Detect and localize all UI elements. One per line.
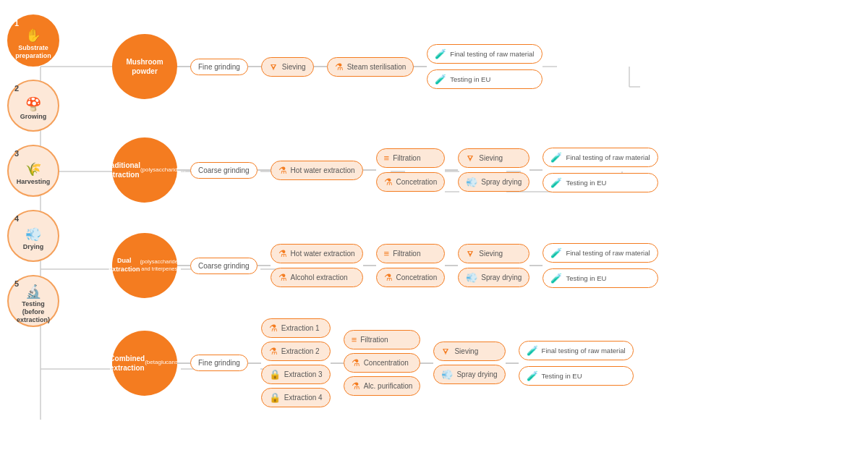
step-5[interactable]: 5 🔬 Testing(before extraction) (7, 275, 59, 327)
ext3-icon: 🔒 (269, 369, 281, 380)
connector-de-5 (529, 265, 542, 266)
sieving-pill-4: ⛛ Sieving (433, 342, 505, 361)
connector-te-5 (529, 169, 542, 171)
step-2[interactable]: 2 🍄 Growing (7, 80, 59, 132)
coarse-grinding-pill-2: Coarse grinding (190, 258, 258, 274)
hot-water-pill-2: ⚗ Hot water extraction (271, 244, 363, 263)
hw-icon-1: ⚗ (278, 165, 287, 176)
step-1[interactable]: 1 ✋ Substratepreparation (7, 14, 59, 67)
conc-icon-3: ⚗ (352, 357, 360, 368)
filter-icon-1: ≡ (384, 153, 390, 164)
connector-ce-4 (420, 362, 433, 364)
testing-eu-4: 🧪 Testing in EU (519, 366, 634, 386)
connector-de-3 (363, 265, 376, 266)
connector-mp-4 (414, 66, 427, 67)
connector-mp-3 (314, 66, 327, 67)
sieve-icon-2: ⛛ (466, 153, 475, 164)
step-5-label: Testing(before extraction) (9, 300, 58, 323)
filtration-pill-2: ≡ Filtration (376, 244, 446, 263)
filtration-pill-3: ≡ Filtration (344, 330, 421, 349)
final-group-3: 🧪 Final testing of raw material 🧪 Testin… (542, 243, 658, 288)
testing-eu-3: 🧪 Testing in EU (542, 268, 658, 288)
step-2-number: 2 (14, 84, 19, 93)
traditional-extraction-circle: Traditionalextraction(polysaccharides) (112, 137, 177, 203)
testing-eu-1: 🧪 Testing in EU (427, 69, 542, 89)
connector-te-2 (258, 169, 271, 171)
ce-branch: ⚗ Extraction 1 ⚗ Extraction 2 🔒 Extracti… (261, 318, 331, 407)
final-group-4: 🧪 Final testing of raw material 🧪 Testin… (519, 341, 634, 386)
coarse-grinding-pill-1: Coarse grinding (190, 162, 258, 179)
step-3[interactable]: 3 🌾 Harvesting (7, 145, 59, 197)
sieve-icon-4: ⛛ (441, 346, 451, 357)
extraction-1-pill: ⚗ Extraction 1 (261, 318, 331, 338)
final-group-2: 🧪 Final testing of raw material 🧪 Testin… (542, 148, 658, 192)
row-combined: Combinedextraction(betaglucans) Fine gri… (112, 318, 634, 407)
conc-icon-2: ⚗ (384, 272, 393, 283)
hw-icon-2: ⚗ (278, 248, 287, 259)
te-right: ⛛ Sieving 💨 Spray drying (458, 148, 529, 192)
ce-right: ⛛ Sieving 💨 Spray drying (433, 342, 505, 384)
final-testing-4: 🧪 Final testing of raw material (519, 341, 634, 360)
step-1-number: 1 (14, 19, 19, 27)
te-branch: ⚗ Hot water extraction (271, 161, 363, 180)
row-traditional: Traditionalextraction(polysaccharides) C… (112, 137, 658, 203)
alc-pur-icon: ⚗ (352, 381, 360, 391)
alc-icon: ⚗ (278, 272, 287, 283)
step-5-icon: 🔬 (25, 284, 41, 300)
connector-ce-2 (248, 362, 261, 364)
step-3-number: 3 (14, 149, 19, 158)
connector-te-4 (445, 169, 458, 171)
sieving-pill-3: ⛛ Sieving (458, 244, 529, 263)
step-1-label: Substratepreparation (15, 44, 51, 60)
filter-icon-2: ≡ (384, 248, 390, 259)
connector-ce-5 (506, 362, 519, 364)
eu-icon-3: 🧪 (550, 273, 562, 284)
row-mushroom-powder: Mushroom powder Fine grinding ⛛ Sieving … (112, 34, 542, 99)
extraction-3-pill: 🔒 Extraction 3 (261, 365, 331, 384)
test-icon-4: 🧪 (527, 345, 538, 356)
extraction-4-pill: 🔒 Extraction 4 (261, 388, 331, 407)
row-dual: Dualextraction(polysaccharidesand triter… (112, 233, 658, 298)
connector-te-3 (363, 169, 376, 171)
spray-icon-2: 💨 (466, 272, 477, 283)
ext1-icon: ⚗ (269, 323, 278, 334)
eu-icon-2: 🧪 (550, 177, 562, 188)
hot-water-pill-1: ⚗ Hot water extraction (271, 161, 363, 180)
spray-drying-pill-2: 💨 Spray drying (458, 268, 529, 287)
ext4-icon: 🔒 (269, 392, 281, 403)
conc-icon-1: ⚗ (384, 177, 393, 187)
connector-mp-2 (248, 66, 261, 67)
mushroom-powder-circle: Mushroom powder (112, 34, 177, 99)
step-3-label: Harvesting (17, 178, 51, 186)
ce-mid: ≡ Filtration ⚗ Concentration ⚗ Alc. puri… (344, 330, 421, 396)
testing-eu-2: 🧪 Testing in EU (542, 173, 658, 192)
step-4-icon: 💨 (25, 226, 41, 242)
de-right: ⛛ Sieving 💨 Spray drying (458, 244, 529, 287)
sieving-pill-1: ⛛ Sieving (261, 57, 314, 77)
test-icon-1: 🧪 (435, 48, 446, 59)
step-4[interactable]: 4 💨 Drying (7, 210, 59, 262)
spray-drying-pill-3: 💨 Spray drying (433, 365, 505, 384)
sidebar: 1 ✋ Substratepreparation 2 🍄 Growing 3 🌾… (7, 14, 59, 327)
alcohol-extraction-pill: ⚗ Alcohol extraction (271, 268, 363, 287)
connector-ce-1 (177, 362, 190, 364)
step-5-number: 5 (14, 279, 19, 288)
step-4-number: 4 (14, 214, 19, 223)
final-testing-2: 🧪 Final testing of raw material (542, 148, 658, 167)
step-2-label: Growing (20, 113, 47, 121)
step-3-icon: 🌾 (25, 161, 41, 177)
connector-de-2 (258, 265, 271, 266)
diagram: 1 ✋ Substratepreparation 2 🍄 Growing 3 🌾… (0, 0, 868, 458)
eu-icon-4: 🧪 (527, 370, 538, 381)
step-1-icon: ✋ (25, 27, 41, 43)
concentration-pill: ⚗ Concentration (344, 353, 421, 373)
test-icon-3: 🧪 (550, 247, 562, 258)
filtration-pill-1: ≡ Filtration (376, 148, 446, 168)
ext2-icon: ⚗ (269, 346, 278, 357)
connector-de-1 (177, 265, 190, 266)
step-4-label: Drying (23, 243, 44, 251)
fine-grinding-pill-2: Fine grinding (190, 355, 248, 371)
combined-extraction-circle: Combinedextraction(betaglucans) (112, 331, 177, 396)
eu-icon-1: 🧪 (435, 74, 446, 85)
spray-icon-3: 💨 (441, 369, 453, 380)
